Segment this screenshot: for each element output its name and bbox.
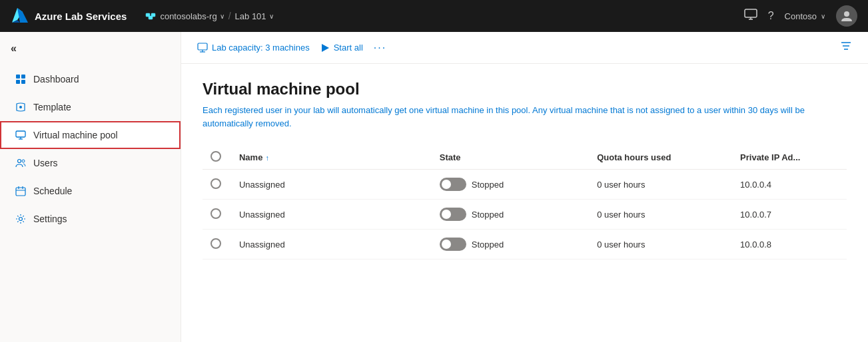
- row-name-1: Unassigned: [231, 200, 432, 230]
- dashboard-icon: [15, 73, 27, 85]
- col-header-check: [203, 146, 231, 170]
- svg-rect-15: [16, 131, 25, 137]
- row-ip-0: 10.0.0.4: [732, 170, 847, 200]
- settings-icon: [15, 213, 27, 225]
- col-header-state: State: [432, 146, 589, 170]
- sidebar-item-schedule[interactable]: Schedule: [0, 177, 181, 205]
- svg-rect-6: [745, 9, 757, 17]
- svg-rect-20: [16, 188, 25, 196]
- row-quota-0: 0 user hours: [589, 170, 732, 200]
- more-icon: ···: [374, 42, 386, 54]
- row-quota-1: 0 user hours: [589, 200, 732, 230]
- topnav: Azure Lab Services contosolabs-rg ∨ / La…: [0, 0, 868, 32]
- row-name-2: Unassigned: [231, 230, 432, 259]
- user-menu[interactable]: Contoso ∨: [785, 11, 825, 21]
- svg-marker-1: [17, 8, 28, 23]
- state-label-1: Stopped: [472, 210, 504, 220]
- svg-point-19: [22, 160, 25, 162]
- help-icon[interactable]: ?: [768, 10, 774, 22]
- collapse-icon: «: [11, 43, 17, 55]
- start-all-button[interactable]: Start all: [320, 43, 363, 53]
- schedule-icon: [15, 185, 27, 197]
- sidebar-item-schedule-label: Schedule: [33, 186, 72, 196]
- breadcrumb: contosolabs-rg ∨ / Lab 101 ∨: [145, 11, 273, 21]
- row-radio-2[interactable]: [211, 238, 221, 249]
- resource-group-icon: [145, 11, 156, 21]
- state-label-0: Stopped: [472, 180, 504, 190]
- row-quota-2: 0 user hours: [589, 230, 732, 259]
- lab-capacity-item[interactable]: Lab capacity: 3 machines: [197, 43, 310, 53]
- play-icon: [320, 43, 330, 53]
- start-all-label: Start all: [334, 43, 363, 53]
- sidebar-item-template[interactable]: Template: [0, 93, 181, 121]
- chevron-down-icon: ∨: [220, 13, 224, 20]
- vm-table: Name ↑ State Quota hours used Private IP…: [203, 146, 847, 259]
- svg-point-24: [19, 218, 23, 221]
- sidebar: « Dashboard Template: [0, 32, 181, 342]
- sidebar-item-users-label: Users: [33, 158, 58, 168]
- sidebar-item-settings-label: Settings: [33, 214, 67, 224]
- row-check-0: [203, 170, 231, 200]
- page-content: Virtual machine pool Each registered use…: [181, 64, 868, 342]
- users-icon: [15, 157, 27, 169]
- col-header-quota: Quota hours used: [589, 146, 732, 170]
- sort-asc-icon: ↑: [265, 154, 269, 162]
- svg-marker-28: [322, 44, 329, 52]
- row-radio-0[interactable]: [211, 178, 221, 189]
- vm-toggle-1[interactable]: [440, 208, 466, 221]
- chevron-down-icon-2: ∨: [269, 13, 274, 20]
- logo: Azure Lab Services: [11, 7, 127, 25]
- main-layout: « Dashboard Template: [0, 32, 868, 342]
- row-state-1: Stopped: [432, 200, 589, 230]
- user-label: Contoso: [785, 11, 817, 21]
- row-ip-2: 10.0.0.8: [732, 230, 847, 259]
- svg-point-18: [18, 160, 21, 163]
- table-row: Unassigned Stopped 0 user hours 10.0.0.8: [203, 230, 847, 259]
- row-state-2: Stopped: [432, 230, 589, 259]
- sidebar-item-users[interactable]: Users: [0, 149, 181, 177]
- row-state-0: Stopped: [432, 170, 589, 200]
- svg-rect-13: [21, 80, 25, 84]
- filter-icon: [840, 40, 852, 52]
- sidebar-item-dashboard[interactable]: Dashboard: [0, 65, 181, 93]
- sidebar-item-vm-pool[interactable]: Virtual machine pool: [0, 121, 181, 149]
- table-row: Unassigned Stopped 0 user hours 10.0.0.4: [203, 170, 847, 200]
- page-description: Each registered user in your lab will au…: [203, 104, 842, 130]
- breadcrumb-separator: /: [228, 11, 231, 21]
- vm-toggle-2[interactable]: [440, 238, 466, 251]
- col-header-name: Name ↑: [231, 146, 432, 170]
- monitor-small-icon: [197, 43, 208, 53]
- svg-rect-11: [21, 75, 25, 79]
- svg-rect-5: [149, 16, 153, 19]
- vm-toggle-0[interactable]: [440, 178, 466, 191]
- brand-label: Azure Lab Services: [35, 11, 127, 22]
- svg-point-9: [844, 11, 849, 17]
- more-options-button[interactable]: ···: [374, 42, 386, 54]
- avatar[interactable]: [836, 5, 857, 27]
- sidebar-collapse-button[interactable]: «: [0, 37, 181, 60]
- lab-capacity-label: Lab capacity: 3 machines: [212, 43, 310, 53]
- user-chevron-icon: ∨: [821, 13, 825, 20]
- monitor-icon[interactable]: [744, 8, 757, 25]
- sidebar-item-vm-pool-label: Virtual machine pool: [33, 130, 118, 140]
- row-name-0: Unassigned: [231, 170, 432, 200]
- table-row: Unassigned Stopped 0 user hours 10.0.0.7: [203, 200, 847, 230]
- topnav-actions: ? Contoso ∨: [744, 5, 857, 27]
- azure-logo-icon: [11, 7, 29, 25]
- svg-rect-12: [16, 80, 20, 84]
- sidebar-item-dashboard-label: Dashboard: [33, 74, 79, 85]
- sidebar-item-template-label: Template: [33, 102, 71, 112]
- select-all-radio[interactable]: [211, 151, 221, 162]
- svg-rect-10: [16, 75, 20, 79]
- vm-pool-icon: [15, 129, 27, 141]
- row-radio-1[interactable]: [211, 208, 221, 219]
- row-ip-1: 10.0.0.7: [732, 200, 847, 230]
- toolbar: Lab capacity: 3 machines Start all ···: [181, 32, 868, 64]
- sidebar-item-settings[interactable]: Settings: [0, 205, 181, 233]
- row-check-1: [203, 200, 231, 230]
- breadcrumb-lab[interactable]: Lab 101 ∨: [235, 11, 274, 21]
- breadcrumb-rg[interactable]: contosolabs-rg ∨: [160, 11, 224, 21]
- template-icon: [15, 101, 27, 113]
- svg-rect-25: [198, 43, 207, 50]
- filter-button[interactable]: [840, 40, 852, 55]
